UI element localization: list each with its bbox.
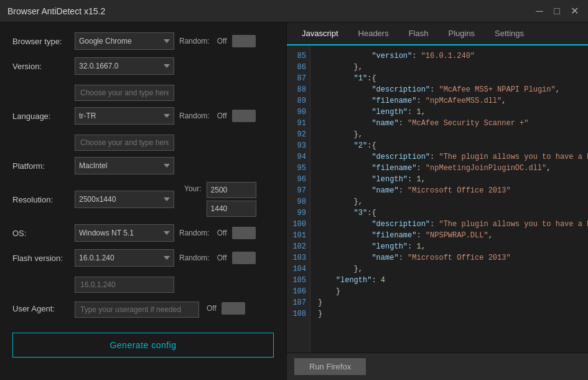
window-controls: ─ □ ✕ [533, 5, 581, 17]
right-panel: Javascript Headers Flash Plugins Setting… [286, 22, 588, 380]
tab-headers[interactable]: Headers [348, 22, 399, 45]
flash-text-sub [75, 274, 274, 293]
language-random-state: Off [217, 112, 227, 120]
resolution-row: Resolution: 2500x1440 Your: [12, 182, 274, 217]
flash-version-controls: 16.0.1.240 Random: Off [75, 249, 274, 267]
generate-btn-container: Generate config [12, 328, 274, 358]
language-text-input[interactable] [75, 135, 174, 151]
user-agent-toggle[interactable] [222, 302, 245, 315]
version-label: Version: [12, 62, 75, 71]
language-select[interactable]: tr-TR [75, 107, 174, 125]
generate-config-button[interactable]: Generate config [12, 333, 274, 358]
language-label: Language: [12, 112, 75, 121]
flash-random-toggle[interactable] [232, 252, 256, 264]
resolution-inputs [207, 182, 256, 217]
os-random-label: Random: [179, 229, 210, 237]
flash-version-row: Flash version: 16.0.1.240 Random: Off [12, 249, 274, 267]
user-agent-label: User Agent: [12, 304, 75, 313]
platform-select[interactable]: MacIntel [75, 157, 174, 174]
platform-row: Platform: MacIntel [12, 157, 274, 174]
version-controls: 32.0.1667.0 [75, 57, 274, 75]
resolution-select[interactable]: 2500x1440 [75, 191, 174, 208]
language-text-sub [75, 132, 274, 151]
run-firefox-button[interactable]: Run Firefox [294, 358, 366, 375]
maximize-button[interactable]: □ [551, 5, 563, 17]
browser-random-toggle[interactable] [232, 35, 256, 47]
tab-flash[interactable]: Flash [399, 22, 439, 45]
bottom-bar: Run Firefox Save All [287, 353, 588, 380]
main-content: Browser type: Google Chrome Random: Off … [0, 22, 588, 380]
code-content: "version": "16.0.1.240" }, "1":{ "descri… [310, 45, 588, 353]
minimize-button[interactable]: ─ [533, 5, 546, 17]
flash-text-input[interactable] [75, 277, 174, 293]
line-numbers: 8586878889909192939495969798991001011021… [287, 45, 310, 353]
tab-plugins[interactable]: Plugins [438, 22, 485, 45]
tabs-bar: Javascript Headers Flash Plugins Setting… [287, 22, 588, 45]
platform-label: Platform: [12, 161, 75, 171]
os-controls: Windows NT 5.1 Random: Off [75, 224, 274, 242]
app-title: Browser AntiDetect x15.2 [7, 6, 105, 16]
resolution-height-input[interactable] [207, 201, 256, 217]
browser-type-label: Browser type: [12, 37, 75, 46]
user-agent-input[interactable] [75, 302, 199, 318]
os-row: OS: Windows NT 5.1 Random: Off [12, 224, 274, 242]
tab-settings[interactable]: Settings [485, 22, 534, 45]
os-random-state: Off [217, 229, 227, 237]
browser-type-select[interactable]: Google Chrome [75, 32, 174, 50]
version-row: Version: 32.0.1667.0 [12, 57, 274, 75]
flash-version-label: Flash version: [12, 254, 75, 263]
flash-random-label: Random: [179, 254, 210, 262]
language-random-label: Random: [179, 112, 210, 120]
browser-type-row: Browser type: Google Chrome Random: Off [12, 32, 274, 50]
flash-random-state: Off [217, 254, 227, 262]
close-button[interactable]: ✕ [568, 5, 581, 17]
resolution-your-label: Your: [184, 182, 202, 193]
version-text-input[interactable] [75, 85, 174, 101]
user-agent-row: User Agent: Off [12, 299, 274, 318]
language-random-toggle[interactable] [232, 110, 256, 122]
os-random-toggle[interactable] [232, 227, 256, 239]
os-label: OS: [12, 229, 75, 238]
version-text-sub [75, 82, 274, 101]
resolution-your-group: Your: [184, 182, 256, 217]
browser-type-controls: Google Chrome Random: Off [75, 32, 274, 50]
title-bar: Browser AntiDetect x15.2 ─ □ ✕ [0, 0, 588, 22]
user-agent-off-label: Off [207, 304, 217, 313]
language-row: Language: tr-TR Random: Off [12, 107, 274, 125]
left-panel: Browser type: Google Chrome Random: Off … [0, 22, 286, 380]
resolution-label: Resolution: [12, 195, 75, 204]
user-agent-controls: Off [75, 299, 274, 318]
language-controls: tr-TR Random: Off [75, 107, 274, 125]
browser-random-label: Random: [179, 37, 210, 45]
resolution-controls: 2500x1440 Your: [75, 182, 274, 217]
tab-javascript[interactable]: Javascript [292, 22, 348, 45]
os-select[interactable]: Windows NT 5.1 [75, 224, 174, 242]
browser-random-state: Off [217, 37, 227, 45]
flash-version-select[interactable]: 16.0.1.240 [75, 249, 174, 267]
resolution-width-input[interactable] [207, 182, 256, 198]
code-area: 8586878889909192939495969798991001011021… [287, 45, 588, 353]
platform-controls: MacIntel [75, 157, 274, 174]
version-select[interactable]: 32.0.1667.0 [75, 57, 174, 75]
